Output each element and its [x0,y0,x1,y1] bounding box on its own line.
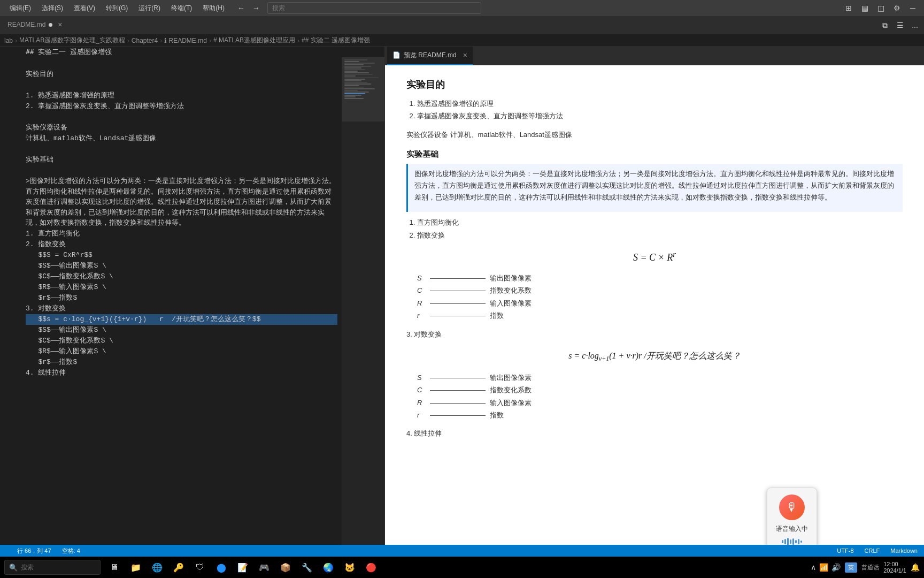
statusbar-eol[interactable]: CRLF [863,547,882,554]
taskbar-icon-red[interactable]: 🔴 [361,558,381,577]
code-line [26,144,337,155]
layout-button[interactable]: ☰ [893,18,907,32]
taskbar-icon-notepad[interactable]: 📝 [233,558,252,577]
taskbar-icon-files[interactable]: 📁 [126,558,145,577]
breadcrumb-section2[interactable]: ## 实验二 遥感图像增强 [302,36,370,45]
preview-icon: 📄 [392,51,401,59]
preview-item-2: 指数变换 [417,229,903,241]
search-icon: 🔍 [9,564,18,572]
taskbar-icons: 🖥 📁 🌐 🔑 🛡 ⬤ 📝 🎮 📦 🔧 🌏 🐱 🔴 [105,558,381,577]
statusbar-encoding[interactable]: UTF-8 [835,547,856,554]
code-line: $$S = CxR^r$$ [26,250,337,261]
menu-goto[interactable]: 转到(G) [101,2,133,15]
more-actions-button[interactable]: ... [908,18,922,32]
editor-pane: ## 实验二一 遥感图像增强 [0,47,385,554]
preview-tab[interactable]: 📄 预览 README.md × [387,47,473,65]
taskbar-icon-browser[interactable]: 🌐 [148,558,167,577]
preview-tab-close[interactable]: × [463,51,467,59]
taskbar: 🔍 🖥 📁 🌐 🔑 🛡 ⬤ 📝 🎮 📦 🔧 🌏 🐱 🔴 ∧ 📶 🔊 英 普通话 … [0,557,924,578]
code-line: 1. 熟悉遥感图像增强的原理 [26,90,337,101]
menu-terminal[interactable]: 终端(T) [166,2,197,15]
code-line: 2. 掌握遥感图像灰度变换、直方图调整等增强方法 [26,101,337,112]
search-bar[interactable] [267,2,481,14]
code-line: 实验目的 [26,69,337,80]
preview-objectives: 熟悉遥感图像增强的原理 掌握遥感图像灰度变换、直方图调整等增强方法 [406,97,903,123]
taskbar-icon-package[interactable]: 📦 [276,558,295,577]
taskbar-search[interactable]: 🔍 [4,560,101,575]
titlebar-right-buttons: ⊞ ▤ ◫ ⚙ ─ [842,2,920,14]
sidebar-icon-btn[interactable]: ◫ [874,2,888,14]
menu-select[interactable]: 选择(S) [36,2,68,15]
taskbar-icon-cat[interactable]: 🐱 [340,558,359,577]
breadcrumb: lab › MATLAB遥感数字图像处理_实践教程 › Chapter4 › ℹ… [0,35,924,47]
ime-button[interactable]: 英 [845,562,857,573]
breadcrumb-section1[interactable]: # MATLAB遥感图像处理应用 [213,36,295,45]
menu-help[interactable]: 帮助(H) [197,2,230,15]
content-area: ## 实验二一 遥感图像增强 [0,47,924,554]
code-line: 实验基础 [26,155,337,165]
taskbar-icon-blue[interactable]: ⬤ [212,558,231,577]
preview-item-4-label: 4. 线性拉伸 [406,428,903,439]
layout-icon-btn[interactable]: ⊞ [842,2,856,14]
taskbar-icon-wrench[interactable]: 🔧 [297,558,317,577]
code-line: 计算机、matlab软件、Landsat遥感图像 [26,133,337,144]
titlebar: 编辑(E) 选择(S) 查看(V) 转到(G) 运行(R) 终端(T) 帮助(H… [0,0,924,16]
code-line: 1. 直方图均衡化 [26,229,337,239]
preview-content[interactable]: 实验目的 熟悉遥感图像增强的原理 掌握遥感图像灰度变换、直方图调整等增强方法 实… [385,65,924,554]
breadcrumb-matlab[interactable]: MATLAB遥感数字图像处理_实践教程 [19,36,125,45]
code-line: 2. 指数变换 [26,239,337,250]
var-row: C ———————— 指数变化系数 [417,384,903,396]
panel-icon-btn[interactable]: ▤ [858,2,872,14]
voice-widget[interactable]: 🎙 语音输入中 [767,488,817,552]
taskbar-icon-web[interactable]: 🌏 [319,558,338,577]
preview-objective-2: 掌握遥感图像灰度变换、直方图调整等增强方法 [417,110,903,122]
editor-subtitle-line: ## 实验二一 遥感图像增强 [0,47,384,57]
code-line: $R$——输入图像素$ \ [26,282,337,293]
notification-icon[interactable]: 🔔 [911,563,920,572]
taskbar-icon-explorer[interactable]: 🖥 [105,558,124,577]
breadcrumb-readme[interactable]: ℹ README.md [164,37,207,44]
minimize-button[interactable]: ─ [906,2,920,14]
tab-close-icon[interactable]: × [58,21,62,28]
voice-icon: 🎙 [779,495,805,520]
back-button[interactable]: ← [234,2,248,14]
code-line [26,58,337,69]
forward-button[interactable]: → [249,2,263,14]
formula-2: s = c·logv+1(1 + v·r)r /开玩笑吧？怎么这么笑？ [406,349,903,363]
tray-up-icon[interactable]: ∧ [811,563,816,572]
statusbar-position[interactable]: 行 66，列 47 [15,547,53,555]
taskbar-search-input[interactable] [21,564,96,571]
menu-view[interactable]: 查看(V) [68,2,101,15]
settings-icon-btn[interactable]: ⚙ [890,2,904,14]
menu-run[interactable]: 运行(R) [133,2,166,15]
preview-tabbar: 📄 预览 README.md × [385,47,924,65]
code-line: 3. 对数变换 [26,303,337,314]
code-line [26,165,337,176]
preview-highlight-block: 图像对比度增强的方法可以分为两类：一类是直接对比度增强方法；另一类是间接对比度增… [406,164,903,212]
editor-content[interactable]: 实验目的 1. 熟悉遥感图像增强的原理 2. 掌握遥感图像灰度变换、直方图调整等… [0,57,384,554]
var-row: C ———————— 指数变化系数 [417,284,903,296]
pinyin-label[interactable]: 普通话 [861,564,879,572]
breadcrumb-lab[interactable]: lab [4,37,13,44]
editor-tab[interactable]: README.md × [2,16,68,35]
search-input[interactable] [267,2,481,14]
code-line: $r$——指数$ [26,357,337,368]
taskbar-icon-shield[interactable]: 🛡 [190,558,210,577]
tray-volume-icon[interactable]: 🔊 [831,563,841,572]
clock[interactable]: 12:002024/1/1 [883,561,906,574]
preview-tab-label: 预览 README.md [404,51,457,60]
statusbar-spaces[interactable]: 空格: 4 [60,547,82,555]
split-editor-button[interactable]: ⧉ [878,18,892,32]
tray-network-icon[interactable]: 📶 [819,563,828,572]
taskbar-icon-key[interactable]: 🔑 [169,558,188,577]
statusbar-language[interactable]: Markdown [888,547,920,554]
code-editor[interactable]: 实验目的 1. 熟悉遥感图像增强的原理 2. 掌握遥感图像灰度变换、直方图调整等… [21,57,342,554]
voice-label: 语音输入中 [776,524,808,534]
minimap[interactable] [342,57,384,554]
var-row: r ———————— 指数 [417,409,903,421]
menu-edit[interactable]: 编辑(E) [4,2,36,15]
preview-items-list: 直方图均衡化 指数变换 [406,216,903,241]
code-line: 4. 线性拉伸 [26,368,337,378]
taskbar-icon-game[interactable]: 🎮 [255,558,274,577]
breadcrumb-chapter4[interactable]: Chapter4 [132,37,158,44]
